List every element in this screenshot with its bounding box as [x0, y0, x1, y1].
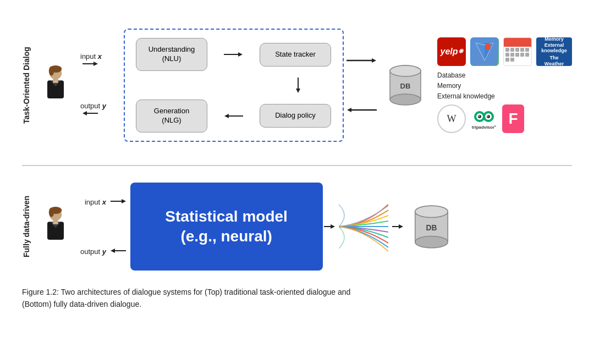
main-container: Task-Oriented Dialog input x: [0, 0, 594, 364]
statistical-model-box: Statistical model(e.g., neural): [130, 183, 323, 271]
db-cylinder-icon-top: DB: [388, 63, 424, 107]
wires-to-db-arrow: [392, 223, 403, 230]
figure-caption: Figure 1.2: Two architectures of dialogu…: [22, 282, 572, 315]
svg-marker-13: [296, 89, 300, 93]
tripadvisor-label: tripadvisor°: [472, 125, 497, 130]
tripadvisor-owl-icon: [471, 109, 497, 124]
policy-to-nlg-arrow: [224, 112, 243, 120]
svg-marker-11: [238, 52, 243, 57]
person-icon-top: [39, 65, 72, 106]
svg-text:DB: DB: [400, 82, 411, 90]
top-section-label: Task-Oriented Dialog: [22, 11, 31, 159]
svg-point-38: [487, 115, 488, 117]
avatar-top: [36, 63, 75, 107]
output-label-bottom: output y: [80, 247, 126, 256]
maps-icon: [470, 37, 499, 66]
bottom-section-label: Fully data-driven: [22, 172, 31, 282]
svg-marker-19: [347, 108, 351, 112]
bottom-section: Fully data-driven input x: [22, 172, 572, 282]
nlu-module: Understanding(NLU): [136, 38, 207, 71]
input-arrow-bottom: [111, 198, 126, 205]
wikipedia-icon: W: [437, 104, 466, 133]
svg-marker-15: [224, 114, 229, 118]
io-section-top: input x output y: [80, 36, 124, 135]
weather-channel-icon: Database Memory External knowledge TheWe…: [536, 37, 572, 66]
section-divider: [22, 165, 572, 166]
svg-text:DB: DB: [426, 223, 437, 231]
svg-point-23: [390, 65, 421, 76]
state-to-policy-arrow: [294, 78, 302, 93]
nlg-module: Generation(NLG): [136, 100, 207, 133]
icons-row-2: W: [437, 104, 524, 133]
input-arrow-top: [82, 60, 98, 67]
output-label-top: output y: [80, 102, 119, 118]
bottom-row: Generation(NLG) Dialog policy: [136, 100, 332, 133]
svg-point-22: [390, 94, 421, 105]
svg-point-35: [478, 115, 481, 118]
svg-marker-17: [372, 58, 376, 63]
top-section: Task-Oriented Dialog input x: [22, 11, 572, 159]
svg-marker-52: [399, 224, 403, 229]
caption-line1: Figure 1.2: Two architectures of dialogu…: [22, 288, 350, 296]
tripadvisor-area: tripadvisor°: [470, 108, 498, 130]
svg-point-55: [415, 236, 448, 247]
weather-text: Database Memory External knowledge: [538, 30, 570, 54]
nlu-to-state-arrow: [224, 51, 243, 58]
knowledge-text: DatabaseMemoryExternal knowledge: [437, 70, 495, 102]
icons-row-1: yelp❋: [437, 37, 572, 66]
output-arrow-bottom: [111, 247, 126, 254]
neural-wires-svg: [339, 199, 388, 254]
person-icon-bottom: [39, 206, 72, 247]
down-arrow-area: [136, 78, 332, 93]
dialog-policy-module: Dialog policy: [260, 104, 331, 128]
svg-point-2: [49, 66, 54, 75]
caption-line2: (Bottom) fully data-driven dialogue.: [22, 300, 141, 308]
svg-point-37: [479, 115, 480, 117]
svg-marker-48: [111, 249, 115, 253]
input-label-bottom: input x: [85, 198, 126, 206]
db-to-bottom-arrow: [346, 106, 377, 114]
svg-point-36: [487, 115, 490, 118]
neural-wires: [339, 199, 388, 254]
output-arrow-top: [82, 110, 98, 117]
knowledge-area: yelp❋: [437, 37, 572, 134]
io-section-bottom: input x output y: [80, 177, 130, 276]
foursquare-icon: F: [502, 104, 524, 133]
dashed-module-box: Understanding(NLU) State tracker Generat…: [124, 29, 344, 142]
db-top: DB: [388, 63, 424, 107]
model-to-wires-arrow: [324, 223, 335, 230]
svg-marker-50: [331, 224, 335, 229]
top-row: Understanding(NLU) State tracker: [136, 38, 332, 71]
avatar-bottom: [36, 205, 75, 249]
db-cylinder-icon-bottom: DB: [413, 203, 451, 250]
statistical-model-text: Statistical model(e.g., neural): [165, 207, 288, 247]
svg-marker-46: [122, 199, 126, 203]
box-to-db-arrows: [346, 36, 377, 135]
db-bottom: DB: [413, 203, 451, 250]
input-label-top: input x: [80, 52, 119, 69]
top-to-db-arrow: [346, 57, 377, 64]
svg-marker-9: [82, 111, 87, 115]
state-tracker-module: State tracker: [260, 43, 331, 67]
yelp-icon: yelp❋: [437, 37, 466, 66]
svg-marker-7: [94, 62, 98, 66]
svg-point-56: [415, 206, 448, 217]
calendar-icon: [503, 37, 532, 66]
svg-point-41: [49, 207, 54, 217]
